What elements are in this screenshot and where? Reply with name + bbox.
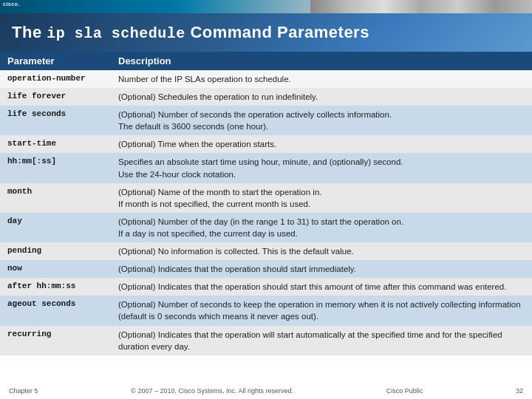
param-cell: ageout seconds <box>0 296 111 325</box>
table-row: day(Optional) Number of the day (in the … <box>0 213 532 242</box>
desc-cell: (Optional) Schedules the operation to ru… <box>111 88 532 106</box>
table-row: recurring(Optional) Indicates that the o… <box>0 326 532 355</box>
table-row: month(Optional) Name of the month to sta… <box>0 183 532 213</box>
desc-cell: (Optional) Time when the operation start… <box>111 135 532 153</box>
title-section: The ip sla schedule Command Parameters <box>0 13 532 52</box>
param-cell: recurring <box>0 326 111 355</box>
cisco-logo: cisco. <box>3 1 20 7</box>
desc-header: Description <box>111 52 532 70</box>
desc-cell: (Optional) Indicates that the operation … <box>111 278 532 296</box>
table-row: now(Optional) Indicates that the operati… <box>0 260 532 278</box>
table-row: life forever(Optional) Schedules the ope… <box>0 88 532 106</box>
table-row: pending(Optional) No information is coll… <box>0 242 532 260</box>
desc-cell: (Optional) Number of seconds the operati… <box>111 106 532 135</box>
param-header: Parameter <box>0 52 111 70</box>
desc-cell: Number of the IP SLAs operation to sched… <box>111 70 532 88</box>
table-row: operation-numberNumber of the IP SLAs op… <box>0 70 532 88</box>
desc-cell: (Optional) Number of seconds to keep the… <box>111 296 532 325</box>
table-row: ageout seconds(Optional) Number of secon… <box>0 296 532 325</box>
title-command: ip sla schedule <box>47 25 185 42</box>
title-suffix: Command Parameters <box>185 23 369 41</box>
table-row: after hh:mm:ss(Optional) Indicates that … <box>0 278 532 296</box>
param-cell: pending <box>0 242 111 260</box>
param-cell: day <box>0 213 111 242</box>
param-cell: month <box>0 183 111 213</box>
table-body: operation-numberNumber of the IP SLAs op… <box>0 70 532 355</box>
param-cell: now <box>0 260 111 278</box>
desc-cell: Specifies an absolute start time using h… <box>111 153 532 183</box>
params-table: Parameter Description operation-numberNu… <box>0 52 532 355</box>
desc-cell: (Optional) Indicates that the operation … <box>111 326 532 355</box>
title-prefix: The <box>12 23 47 41</box>
param-cell: life forever <box>0 88 111 106</box>
param-cell: start-time <box>0 135 111 153</box>
table-row: hh:mm[:ss]Specifies an absolute start ti… <box>0 153 532 183</box>
table-header-row: Parameter Description <box>0 52 532 70</box>
page-title: The ip sla schedule Command Parameters <box>12 23 369 42</box>
param-cell: after hh:mm:ss <box>0 278 111 296</box>
chapter-label: Chapter 5 <box>9 387 38 395</box>
desc-cell: (Optional) Indicates that the operation … <box>111 260 532 278</box>
param-cell: operation-number <box>0 70 111 88</box>
table-row: life seconds(Optional) Number of seconds… <box>0 106 532 135</box>
params-table-container: Parameter Description operation-numberNu… <box>0 52 532 355</box>
desc-cell: (Optional) Number of the day (in the ran… <box>111 213 532 242</box>
footer: Chapter 5 © 2007 – 2010, Cisco Systems, … <box>0 386 532 396</box>
classification-text: Cisco Public <box>386 387 423 395</box>
param-cell: hh:mm[:ss] <box>0 153 111 183</box>
table-row: start-time(Optional) Time when the opera… <box>0 135 532 153</box>
copyright-text: © 2007 – 2010, Cisco Systems, Inc. All r… <box>131 387 293 395</box>
param-cell: life seconds <box>0 106 111 135</box>
desc-cell: (Optional) No information is collected. … <box>111 242 532 260</box>
page-number: 32 <box>516 387 523 395</box>
desc-cell: (Optional) Name of the month to start th… <box>111 183 532 213</box>
header-banner: cisco. <box>0 0 532 13</box>
